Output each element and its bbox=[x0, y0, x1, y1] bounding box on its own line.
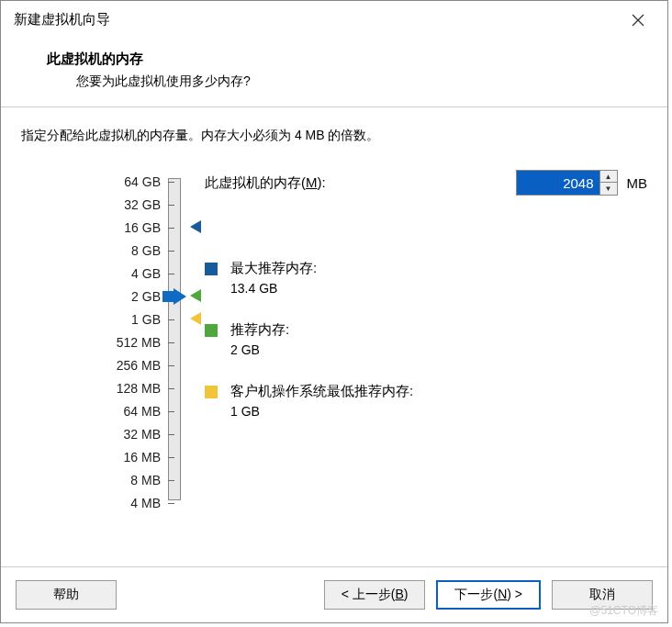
memory-label: 此虚拟机的内存(M): bbox=[205, 174, 326, 192]
wizard-dialog: 新建虚拟机向导 此虚拟机的内存 您要为此虚拟机使用多少内存? 指定分配给此虚拟机… bbox=[0, 0, 668, 623]
memory-info-panel: 此虚拟机的内存(M): ▲ ▼ MB bbox=[168, 170, 647, 444]
scale-label: 4 GB bbox=[21, 262, 168, 285]
window-title: 新建虚拟机向导 bbox=[14, 11, 110, 28]
scale-label: 64 MB bbox=[21, 399, 168, 422]
cancel-button[interactable]: 取消 bbox=[552, 580, 653, 610]
info-max-value: 13.4 GB bbox=[230, 281, 317, 296]
wizard-header: 此虚拟机的内存 您要为此虚拟机使用多少内存? bbox=[1, 39, 667, 107]
square-blue-icon bbox=[205, 263, 218, 275]
instruction-text: 指定分配给此虚拟机的内存量。内存大小必须为 4 MB 的倍数。 bbox=[21, 128, 647, 144]
marker-rec-icon bbox=[190, 289, 201, 302]
info-min-title: 客户机操作系统最低推荐内存: bbox=[230, 383, 413, 400]
scale-label: 16 MB bbox=[21, 445, 168, 468]
spin-buttons: ▲ ▼ bbox=[599, 171, 617, 195]
memory-unit: MB bbox=[627, 175, 648, 191]
titlebar: 新建虚拟机向导 bbox=[1, 1, 667, 39]
spin-up-button[interactable]: ▲ bbox=[600, 171, 617, 183]
info-max-title: 最大推荐内存: bbox=[230, 260, 317, 277]
scale-label: 8 MB bbox=[21, 468, 168, 491]
wizard-body: 指定分配给此虚拟机的内存量。内存大小必须为 4 MB 的倍数。 64 GB 32… bbox=[1, 107, 667, 566]
marker-min-icon bbox=[190, 312, 201, 325]
info-min-value: 1 GB bbox=[230, 404, 413, 419]
scale-label: 256 MB bbox=[21, 353, 168, 376]
scale-label: 64 GB bbox=[21, 170, 168, 193]
memory-spinner-group: ▲ ▼ MB bbox=[516, 170, 648, 196]
info-rec-title: 推荐内存: bbox=[230, 321, 289, 339]
help-button[interactable]: 帮助 bbox=[16, 580, 117, 610]
next-button[interactable]: 下一步(N) > bbox=[436, 580, 541, 610]
wizard-footer: 帮助 < 上一步(B) 下一步(N) > 取消 bbox=[1, 566, 667, 622]
info-max: 最大推荐内存: 13.4 GB bbox=[205, 260, 647, 296]
scale-label: 1 GB bbox=[21, 308, 168, 330]
spin-down-button[interactable]: ▼ bbox=[600, 183, 617, 195]
info-min: 客户机操作系统最低推荐内存: 1 GB bbox=[205, 383, 647, 419]
scale-label: 128 MB bbox=[21, 376, 168, 399]
scale-label: 32 GB bbox=[21, 193, 168, 216]
scale-label: 8 GB bbox=[21, 239, 168, 262]
memory-spinner: ▲ ▼ bbox=[516, 170, 618, 196]
memory-input[interactable] bbox=[517, 171, 599, 195]
square-yellow-icon bbox=[205, 386, 218, 398]
page-subheading: 您要为此虚拟机使用多少内存? bbox=[47, 73, 622, 90]
close-icon bbox=[632, 14, 644, 27]
scale-label: 16 GB bbox=[21, 216, 168, 239]
scale-label: 4 MB bbox=[21, 491, 168, 514]
memory-scale[interactable]: 64 GB 32 GB 16 GB 8 GB 4 GB 2 GB 1 GB 51… bbox=[21, 170, 168, 514]
memory-input-row: 此虚拟机的内存(M): ▲ ▼ MB bbox=[205, 170, 647, 196]
marker-max-icon bbox=[190, 220, 201, 233]
scale-label: 512 MB bbox=[21, 330, 168, 353]
close-button[interactable] bbox=[620, 6, 656, 34]
scale-label: 32 MB bbox=[21, 422, 168, 445]
marker-current-icon[interactable] bbox=[174, 288, 186, 305]
back-button[interactable]: < 上一步(B) bbox=[324, 580, 426, 610]
page-heading: 此虚拟机的内存 bbox=[47, 50, 622, 68]
memory-layout: 64 GB 32 GB 16 GB 8 GB 4 GB 2 GB 1 GB 51… bbox=[21, 170, 647, 514]
square-green-icon bbox=[205, 324, 218, 337]
scale-label: 2 GB bbox=[21, 285, 168, 308]
info-rec-value: 2 GB bbox=[230, 342, 289, 357]
info-rec: 推荐内存: 2 GB bbox=[205, 321, 647, 357]
